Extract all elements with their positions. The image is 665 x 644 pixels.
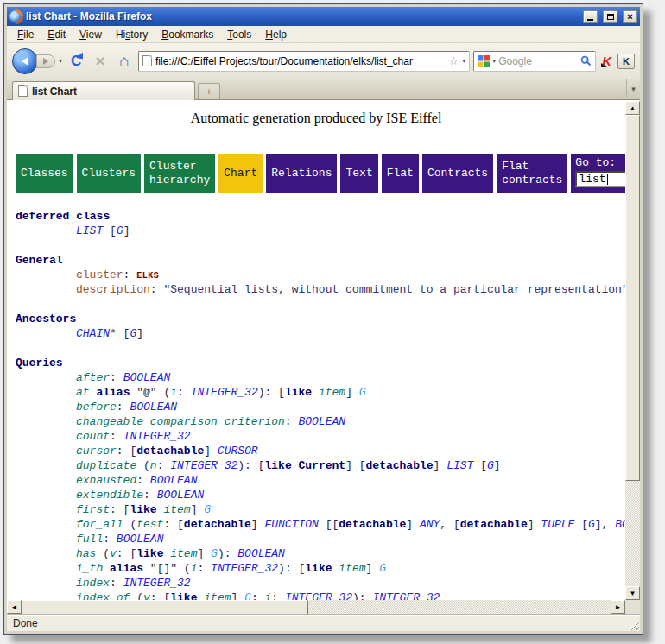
kaspersky-icon[interactable]: K [599,54,614,68]
class-link[interactable]: INTEGER_32 [170,459,238,472]
list-all-tabs-button[interactable]: ▾ [626,79,640,98]
history-dropdown-icon[interactable]: ▾ [59,57,62,65]
minimize-icon [587,19,593,21]
class-link[interactable]: BOOLEAN [238,547,285,560]
nav-button-text[interactable]: Text [340,154,377,193]
feature-name: i_th [76,562,103,575]
url-dropdown-icon[interactable]: ▾ [462,57,466,65]
close-button[interactable]: × [623,10,637,23]
code-text: ; [251,591,265,600]
tab-list-chart[interactable]: list Chart [12,81,195,100]
field-label: description [76,283,150,296]
nav-button-cluster-hierarchy[interactable]: Cluster hierarchy [144,154,215,193]
horizontal-scroll-thumb[interactable] [22,600,308,615]
code-line: index: INTEGER_32 [7,576,625,590]
scroll-left-button[interactable]: ◄ [7,600,22,614]
class-link[interactable]: BOOLEAN [157,489,205,502]
class-link[interactable]: LIST [446,459,473,472]
maximize-button[interactable] [603,10,618,23]
stop-button[interactable]: × [90,52,111,71]
code-line: at alias "@" (i: INTEGER_32): [like item… [7,385,625,400]
scroll-down-button[interactable]: ▼ [625,586,640,600]
code-text: : [ [163,518,183,531]
code-line: General [7,253,625,268]
menu-item-file[interactable]: File [10,27,41,42]
forward-button[interactable] [36,54,55,68]
class-link[interactable]: INTEGER_32 [124,430,191,443]
code-text: ] [406,518,420,531]
search-input[interactable]: Google [498,55,578,67]
class-link[interactable]: TUPLE [541,518,574,531]
code-text: ] [197,547,211,560]
class-link[interactable]: INTEGER_32 [211,562,278,575]
class-link[interactable]: BOOLEAN [130,401,177,414]
scroll-up-button[interactable]: ▲ [625,101,640,115]
nav-button-chart[interactable]: Chart [218,154,263,193]
class-link[interactable]: INTEGER_32 [191,386,258,399]
horizontal-scrollbar[interactable]: ◄ ► [7,600,640,615]
class-link[interactable]: ANY [420,518,440,531]
scroll-right-button[interactable]: ► [611,600,625,614]
field-label: cluster [76,268,124,281]
menu-item-help[interactable]: Help [258,27,294,42]
menu-item-history[interactable]: History [109,27,155,42]
address-bar[interactable]: file:///C:/Eiffel Projects/tour/Document… [138,51,470,72]
minimize-button[interactable] [583,10,598,23]
resize-grip[interactable] [628,619,639,630]
code-text: ): [352,591,372,600]
generic-parameter[interactable]: G [359,386,366,399]
menu-item-tools[interactable]: Tools [220,27,258,42]
cluster-link[interactable]: ELKS [136,271,159,281]
class-link[interactable]: INTEGER_32 [372,591,440,600]
menu-item-bookmarks[interactable]: Bookmarks [155,27,220,42]
class-link[interactable]: CURSOR [218,445,258,458]
class-link[interactable]: INTEGER_32 [124,577,191,590]
bookmark-star-icon[interactable]: ☆ [448,54,459,67]
class-link[interactable]: LIST [76,224,103,237]
class-link[interactable]: BO [615,518,625,531]
new-tab-button[interactable]: + [198,83,220,99]
class-link[interactable]: FUNCTION [264,518,318,531]
generic-parameter[interactable]: G [244,591,251,600]
generic-parameter[interactable]: G [379,562,386,575]
search-icon[interactable] [580,55,592,66]
class-link[interactable]: G [487,459,494,472]
class-link[interactable]: INTEGER_32 [285,591,352,600]
page-banner: Automatic generation produced by ISE Eif… [7,110,625,126]
search-engine-dropdown-icon[interactable]: ▾ [492,57,496,65]
class-link[interactable]: G [117,224,124,237]
reload-button[interactable]: C [66,53,86,70]
vertical-scroll-thumb[interactable] [625,115,640,481]
class-link[interactable]: BOOLEAN [298,415,345,428]
generic-parameter[interactable]: G [211,547,218,560]
generic-parameter[interactable]: G [204,503,211,516]
code-text: ( [96,547,110,560]
code-text: ] [494,459,501,472]
nav-button-classes[interactable]: Classes [16,154,73,193]
code-text [292,459,299,472]
nav-button-contracts[interactable]: Contracts [422,154,493,193]
url-text[interactable]: file:///C:/Eiffel Projects/tour/Document… [155,55,445,67]
menu-item-edit[interactable]: Edit [41,27,73,42]
menu-item-view[interactable]: View [73,27,109,42]
nav-button-flat-contracts[interactable]: Flat contracts [497,154,567,193]
nav-button-clusters[interactable]: Clusters [77,154,141,193]
home-button[interactable]: ⌂ [114,52,135,71]
feature-name: item [170,547,197,560]
back-button[interactable] [12,48,38,74]
k-toolbar-button[interactable]: K [618,54,635,69]
nav-button-flat[interactable]: Flat [382,154,419,193]
vertical-scrollbar[interactable]: ▲ ▼ [625,101,640,600]
class-link[interactable]: BOOLEAN [117,533,164,546]
code-text: : [143,489,157,502]
scrollbar-corner [625,600,640,615]
search-bar[interactable]: ▾ Google [473,51,596,72]
code-text: [ [103,224,117,237]
class-link[interactable]: G [588,518,595,531]
class-link[interactable]: CHAIN [76,327,110,340]
nav-button-relations[interactable]: Relations [266,154,337,193]
class-link[interactable]: BOOLEAN [124,371,171,384]
code-text: : [177,386,191,399]
goto-input[interactable]: list [575,171,625,187]
class-link[interactable]: BOOLEAN [150,474,198,487]
